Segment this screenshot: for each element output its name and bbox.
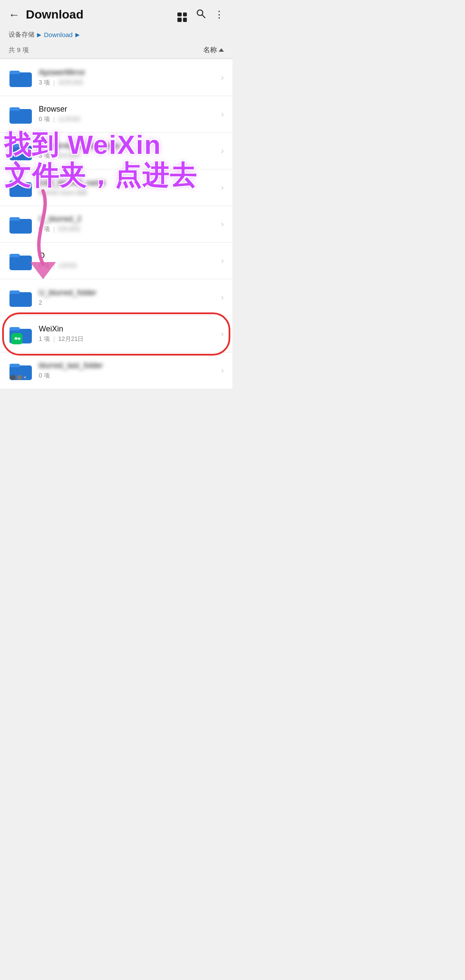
file-info: Browser 0 项 | 11月3日 [33,105,217,123]
page-title: Download [26,8,84,22]
file-info: O 0 项 | 1月5日 [33,251,217,270]
file-count: 2 [39,299,42,306]
chevron-right-icon: › [221,256,224,265]
file-count: 3 项 [39,79,50,87]
more-options-button[interactable]: ⋮ [214,9,224,20]
list-item[interactable]: C_blurred_folder_name 3 项 | 5月20日 › [0,133,232,169]
svg-rect-19 [9,364,20,367]
file-name: com_blurred_name [39,178,177,187]
svg-rect-13 [9,254,20,257]
search-button[interactable] [195,8,206,21]
top-divider [0,58,232,59]
chevron-right-icon: › [221,219,224,229]
file-count: 3 项 [39,152,50,160]
svg-rect-15 [9,290,20,294]
folder-icon [9,212,33,236]
svg-rect-6 [9,146,32,160]
sort-button[interactable]: 名称 [203,46,224,55]
chevron-right-icon: › [221,72,224,82]
file-meta: 3 项 | 5月20日 [39,152,217,160]
file-date: 12月21日 [58,335,84,343]
svg-rect-14 [9,292,32,307]
svg-rect-7 [9,144,20,147]
chevron-right-icon: › [221,182,224,192]
sort-arrow-icon [219,48,224,52]
item-count: 共 9 项 [9,46,29,54]
file-info: U_blurred_folder 2 [33,288,217,306]
list-item[interactable]: ApowerMirror 3 项 | 10月15日 › [0,59,232,96]
file-name: Browser [39,105,177,114]
file-info: blurred_last_folder 0 项 [33,361,217,380]
svg-rect-12 [9,256,32,270]
folder-icon [9,66,33,90]
chevron-right-icon: › [221,146,224,156]
breadcrumb-separator-2: ▶ [75,31,80,38]
svg-rect-11 [9,217,20,221]
chevron-right-icon: › [221,109,224,119]
list-item[interactable]: U_blurred_folder 2 › [0,279,232,316]
file-count: 0 项 [39,372,50,380]
file-info: com_blurred_name blurred count date [33,178,217,196]
list-item[interactable]: C_blurred_2 0 项 | 5月18日 › [0,206,232,243]
file-list: ApowerMirror 3 项 | 10月15日 › Browser [0,59,232,389]
file-name: WeiXin [39,325,177,334]
file-info: ApowerMirror 3 项 | 10月15日 [33,68,217,87]
file-date: 5月18日 [58,225,80,233]
folder-icon [9,322,33,346]
wechat-app-icon [11,333,22,344]
file-meta: 0 项 [39,372,217,380]
file-count-date: blurred count date [39,189,87,196]
file-info: C_blurred_2 0 项 | 5月18日 [33,215,217,233]
breadcrumb-root[interactable]: 设备存储 [9,31,34,39]
folder-icon [9,285,33,309]
file-meta: 1 项 | 12月21日 [39,335,217,343]
chevron-right-icon: › [221,292,224,302]
file-count: 0 项 [39,262,50,270]
svg-rect-5 [9,107,20,111]
file-count: 0 项 [39,225,50,233]
file-name: ApowerMirror [39,68,177,77]
count-bar: 共 9 项 名称 [0,42,232,57]
folder-icon [9,102,33,126]
svg-rect-3 [9,71,20,74]
list-item[interactable]: com_blurred_name blurred count date › [0,169,232,206]
folder-thumbnail [10,375,27,380]
file-meta: 2 [39,299,217,306]
app-header: ← Download ⋮ [0,0,232,26]
file-meta: 3 项 | 10月15日 [39,79,217,87]
svg-rect-2 [9,72,32,87]
file-meta: 0 项 | 5月18日 [39,225,217,233]
list-item[interactable]: blurred_last_folder 0 项 › [0,353,232,389]
list-item[interactable]: O 0 项 | 1月5日 › [0,243,232,279]
file-name: O [39,251,177,260]
file-count: 1 项 [39,335,50,343]
file-info: WeiXin 1 项 | 12月21日 [33,325,217,343]
file-name: U_blurred_folder [39,288,177,297]
svg-line-1 [202,15,205,18]
chevron-right-icon: › [221,365,224,375]
breadcrumb: 设备存储 ▶ Download ▶ [0,26,232,42]
svg-rect-9 [9,181,20,184]
breadcrumb-current[interactable]: Download [44,31,73,38]
folder-icon [9,139,33,163]
file-name: C_blurred_2 [39,215,177,224]
weixin-folder-item[interactable]: WeiXin 1 项 | 12月21日 › [0,316,232,353]
folder-icon [9,175,33,200]
file-date: 10月15日 [58,79,84,87]
file-info: C_blurred_folder_name 3 项 | 5月20日 [33,141,217,160]
svg-rect-17 [9,327,20,331]
svg-rect-4 [9,109,32,124]
grid-view-button[interactable] [177,8,187,22]
sort-label: 名称 [203,46,217,55]
file-name: C_blurred_folder_name [39,141,177,150]
file-date: 1月5日 [58,262,77,270]
svg-rect-10 [9,219,32,234]
folder-icon [9,359,33,383]
file-name: blurred_last_folder [39,361,177,370]
file-date: 11月3日 [58,115,80,123]
breadcrumb-separator-1: ▶ [37,31,41,38]
list-item[interactable]: Browser 0 项 | 11月3日 › [0,96,232,133]
folder-icon [9,249,33,273]
back-button[interactable]: ← [9,8,20,22]
header-actions: ⋮ [177,8,224,22]
